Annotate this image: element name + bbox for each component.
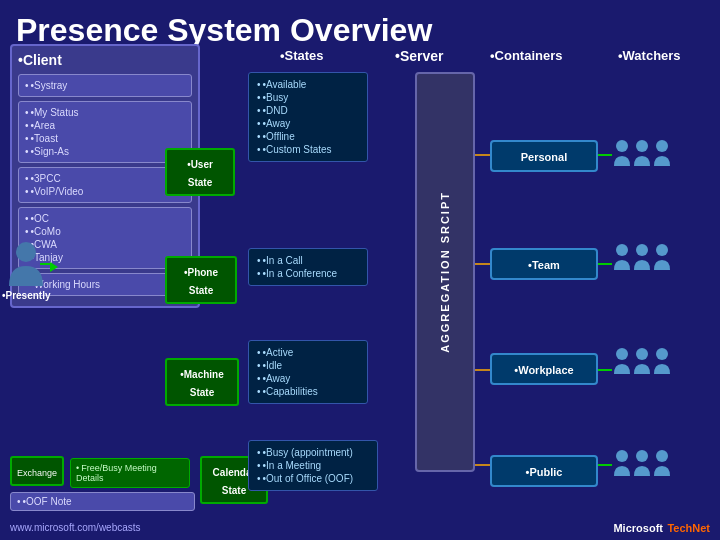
team-watchers: [612, 242, 692, 280]
svg-point-7: [636, 348, 648, 360]
como-item: •CoMo: [25, 225, 185, 238]
personal-watchers: [612, 138, 692, 176]
team-container: •Team: [490, 248, 598, 280]
footer: www.microsoft.com/webcasts Microsoft Tec…: [0, 518, 720, 536]
svg-point-3: [616, 244, 628, 256]
phone-states-group: •In a Call •In a Conference: [248, 248, 368, 286]
available-item: •Available: [257, 78, 359, 91]
footer-microsoft: Microsoft: [613, 522, 663, 534]
public-label: •Public: [526, 466, 563, 478]
svg-point-1: [636, 140, 648, 152]
footer-technet: TechNet: [667, 522, 710, 534]
svg-point-5: [656, 244, 668, 256]
busy-item: •Busy: [257, 91, 359, 104]
svg-point-9: [616, 450, 628, 462]
svg-point-10: [636, 450, 648, 462]
server-header: •Server: [395, 48, 444, 64]
user-state-label: •UserState: [187, 159, 213, 188]
machine-state-label: •MachineState: [180, 369, 224, 398]
svg-point-4: [636, 244, 648, 256]
dnd-item: •DND: [257, 104, 359, 117]
user-state-box: •UserState: [165, 148, 235, 196]
watchers-header: •Watchers: [618, 48, 681, 63]
svg-point-8: [656, 348, 668, 360]
phone-state-label: •PhoneState: [184, 267, 218, 296]
away-item: •Away: [257, 117, 359, 130]
team-label: •Team: [528, 259, 560, 271]
pcc3-item: •3PCC: [25, 172, 185, 185]
svg-point-12: [16, 242, 36, 262]
presently-person-icon: [7, 240, 45, 290]
free-busy-box: Free/Busy Meeting Details: [70, 458, 190, 488]
team-watcher-icons: [612, 242, 692, 276]
presently-label: •Presently: [2, 290, 51, 301]
phone-state-box: •PhoneState: [165, 256, 237, 304]
systray-item: •Systray: [25, 79, 185, 92]
toast-item: •Toast: [25, 132, 185, 145]
my-status-item: •My Status: [25, 106, 185, 119]
area-item: •Area: [25, 119, 185, 132]
exchange-box: Exchange: [10, 456, 64, 486]
client-header: •Client: [18, 52, 192, 68]
calendar-states-group: •Busy (appointment) •In a Meeting •Out o…: [248, 440, 378, 491]
out-of-office-item: •Out of Office (OOF): [257, 472, 369, 485]
voip-item: •VoIP/Video: [25, 185, 185, 198]
user-states-group: •Available •Busy •DND •Away •Offline •Cu…: [248, 72, 368, 162]
personal-label: Personal: [521, 151, 567, 163]
custom-states-item: •Custom States: [257, 143, 359, 156]
personal-watcher-icons: [612, 138, 692, 172]
in-call-item: •In a Call: [257, 254, 359, 267]
personal-container: Personal: [490, 140, 598, 172]
oof-note-item: •OOF Note: [17, 495, 188, 508]
states-header: •States: [280, 48, 324, 63]
public-watcher-icons: [612, 448, 692, 482]
capabilities-item: •Capabilities: [257, 385, 359, 398]
away-machine-item: •Away: [257, 372, 359, 385]
workplace-watchers: [612, 346, 692, 384]
sign-as-item: •Sign-As: [25, 145, 185, 158]
machine-states-group: •Active •Idle •Away •Capabilities: [248, 340, 368, 404]
workplace-label: •Workplace: [514, 364, 573, 376]
free-busy-label: Free/Busy Meeting Details: [76, 462, 184, 484]
public-container: •Public: [490, 455, 598, 487]
aggregation-label: AGGREGATION SRCIPT: [439, 191, 451, 353]
presently-section: •Presently: [2, 240, 51, 301]
busy-appointment-item: •Busy (appointment): [257, 446, 369, 459]
systray-group: •Systray: [18, 74, 192, 97]
containers-header: •Containers: [490, 48, 562, 63]
public-watchers: [612, 448, 692, 486]
machine-state-box: •MachineState: [165, 358, 239, 406]
aggregation-box: AGGREGATION SRCIPT: [415, 72, 475, 472]
oc-item: •OC: [25, 212, 185, 225]
offline-item: •Offline: [257, 130, 359, 143]
in-conference-item: •In a Conference: [257, 267, 359, 280]
exchange-label: Exchange: [17, 468, 57, 478]
workplace-container: •Workplace: [490, 353, 598, 385]
workplace-watcher-icons: [612, 346, 692, 380]
oof-note-box: •OOF Note: [10, 492, 195, 511]
in-meeting-item: •In a Meeting: [257, 459, 369, 472]
active-item: •Active: [257, 346, 359, 359]
footer-url: www.microsoft.com/webcasts: [10, 522, 141, 533]
presently-arrow-head: [50, 258, 58, 276]
svg-point-2: [656, 140, 668, 152]
footer-logo-group: Microsoft TechNet: [613, 518, 710, 536]
svg-point-6: [616, 348, 628, 360]
svg-point-11: [656, 450, 668, 462]
idle-item: •Idle: [257, 359, 359, 372]
svg-point-0: [616, 140, 628, 152]
